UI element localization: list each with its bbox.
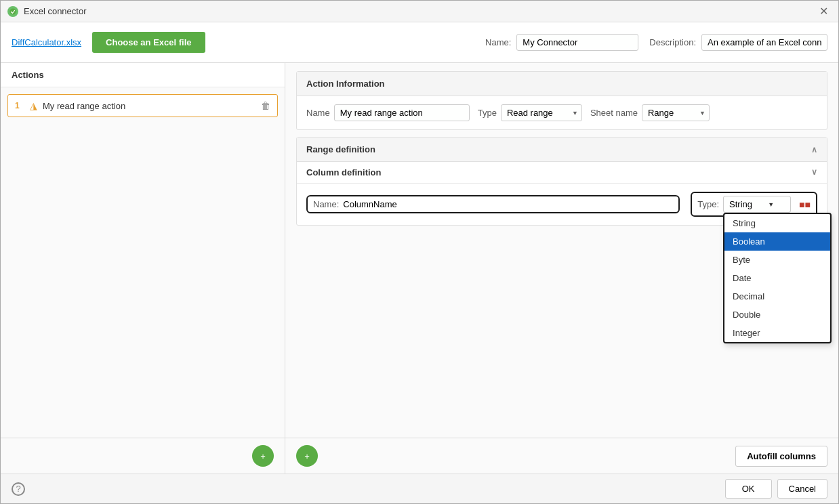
right-panel: Action Information Name Type Read range [285,63,838,474]
actions-header: Actions [1,63,285,87]
col-delete-button[interactable]: ■■ [799,199,811,210]
action-name-field[interactable] [334,104,470,121]
autofill-button[interactable]: Autofill columns [735,446,827,467]
help-icon-char: ? [16,484,20,494]
column-def-header: Column definition ∨ [297,162,827,184]
help-button[interactable]: ? [12,482,25,496]
dropdown-option-string[interactable]: String [724,214,830,232]
connector-desc-group: Description: [649,34,827,51]
type-dropdown-arrow: ▼ [768,201,774,208]
main-content: Actions 1 ◮ My read range action 🗑 + [1,63,838,474]
range-def-toggle[interactable]: ∧ [811,145,817,154]
file-link[interactable]: DiffCalculator.xlsx [12,37,81,47]
sheet-name-label: Sheet name [590,108,638,118]
footer-buttons: OK Cancel [725,479,827,499]
type-dropdown-container: String ▼ String Boolean Byte Date Decima… [723,196,791,213]
action-delete-button[interactable]: 🗑 [261,100,270,111]
toolbar: DiffCalculator.xlsx Choose an Excel file… [1,22,838,63]
actions-list: 1 ◮ My read range action 🗑 [1,87,285,438]
type-dropdown-menu: String Boolean Byte Date Decimal Double … [723,213,832,343]
action-info-grid: Name Type Read range Sh [297,96,827,129]
choose-file-button[interactable]: Choose an Excel file [92,32,205,53]
titlebar: Excel connector ✕ [1,1,838,22]
add-column-button[interactable]: + [296,445,318,467]
col-name-label: Name: [313,199,339,209]
action-name: My read range action [43,101,255,111]
action-type-select-wrapper: Read range [501,104,582,121]
column-def-row: Name: Type: String ▼ [297,184,827,225]
col-def-title: Column definition [306,167,381,177]
action-type-label: Type [478,108,497,118]
action-type-icon: ◮ [30,100,37,111]
connector-desc-input[interactable] [701,34,827,51]
close-button[interactable]: ✕ [815,3,832,20]
dropdown-option-date[interactable]: Date [724,269,830,287]
col-type-group: Type: String ▼ String Boolean [691,192,817,217]
sheet-name-group: Sheet name Range [590,104,710,121]
type-select-display[interactable]: String ▼ [723,196,791,213]
action-item[interactable]: 1 ◮ My read range action 🗑 [7,94,278,117]
action-info-title: Action Information [306,79,385,89]
col-def-toggle[interactable]: ∨ [811,167,817,177]
sheet-name-select-wrapper: Range [642,104,710,121]
dropdown-option-boolean[interactable]: Boolean [724,232,830,251]
action-name-group: Name [306,104,470,121]
svg-point-0 [10,8,16,14]
left-panel-footer: + [1,438,285,474]
action-type-group: Type Read range [478,104,582,121]
app-icon [7,6,18,17]
dropdown-option-integer[interactable]: Integer [724,324,830,342]
cancel-button[interactable]: Cancel [777,479,827,499]
right-panel-footer: + Autofill columns [285,438,838,474]
desc-label: Description: [649,37,696,47]
left-panel: Actions 1 ◮ My read range action 🗑 + [1,63,285,474]
window-title: Excel connector [24,6,815,16]
action-info-section: Action Information Name Type Read range [296,71,827,130]
dropdown-option-byte[interactable]: Byte [724,251,830,269]
range-definition-section: Range definition ∧ Column definition ∨ N… [296,137,827,226]
add-action-button[interactable]: + [252,445,274,467]
sheet-name-select[interactable]: Range [642,104,710,121]
plus-icon-right: + [304,452,310,461]
action-type-select[interactable]: Read range [501,104,582,121]
type-selected-value: String [729,199,752,209]
connector-name-input[interactable] [516,34,638,51]
action-number: 1 [15,101,24,110]
dropdown-option-decimal[interactable]: Decimal [724,287,830,306]
ok-button[interactable]: OK [725,479,772,499]
range-definition-header[interactable]: Range definition ∧ [297,138,827,162]
action-name-label: Name [306,108,330,118]
dropdown-option-double[interactable]: Double [724,306,830,324]
plus-icon: + [260,452,266,461]
col-type-label: Type: [697,199,719,209]
range-def-title: Range definition [306,144,375,154]
connector-name-group: Name: [485,34,638,51]
action-info-header: Action Information [297,72,827,96]
col-name-group: Name: [306,195,680,213]
name-label: Name: [485,37,511,47]
window-footer: ? OK Cancel [1,474,838,503]
col-name-input[interactable] [343,199,673,209]
main-window: Excel connector ✕ DiffCalculator.xlsx Ch… [0,0,839,504]
right-content: Action Information Name Type Read range [285,63,838,438]
